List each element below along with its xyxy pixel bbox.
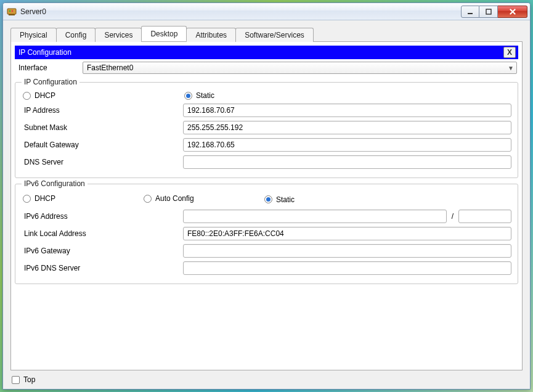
- tab-label: Desktop: [150, 30, 177, 38]
- ipv4-legend: IP Configuration: [22, 78, 79, 86]
- tab-label: Config: [65, 31, 87, 39]
- ip-address-row: IP Address: [22, 104, 511, 117]
- ipv6-prefix-separator: /: [450, 212, 455, 221]
- ipv6-auto-radio[interactable]: Auto Config: [144, 194, 194, 203]
- ipv4-dhcp-label: DHCP: [35, 91, 55, 100]
- ipv6-static-radio[interactable]: Static: [264, 195, 295, 204]
- ipv6-prefix-input[interactable]: [458, 210, 511, 223]
- tab-label: Services: [104, 31, 132, 39]
- panel-header: IP Configuration X: [15, 46, 518, 59]
- ipv6-gateway-row: IPv6 Gateway: [22, 244, 511, 258]
- ipv6-dns-input[interactable]: [183, 261, 511, 275]
- svg-rect-1: [9, 14, 15, 15]
- dns-server-row: DNS Server: [22, 155, 511, 169]
- tabstrip: Physical Config Services Desktop Attribu…: [10, 27, 523, 41]
- titlebar[interactable]: Server0: [3, 3, 530, 20]
- ipv6-dhcp-label: DHCP: [35, 194, 55, 203]
- dns-server-input[interactable]: [183, 155, 511, 169]
- svg-point-2: [9, 10, 11, 12]
- radio-icon: [23, 92, 31, 100]
- app-window: Server0 Physical Config Services Desktop…: [2, 2, 531, 390]
- subnet-mask-label: Subnet Mask: [22, 123, 183, 132]
- tab-label: Software/Services: [245, 31, 304, 39]
- ipv6-gateway-input[interactable]: [183, 244, 511, 258]
- chevron-down-icon: ▼: [508, 65, 514, 71]
- ipv6-mode-row: DHCP Auto Config Static: [23, 194, 511, 205]
- svg-point-3: [12, 10, 14, 12]
- client-area: Physical Config Services Desktop Attribu…: [3, 20, 530, 389]
- ip-address-input[interactable]: [183, 104, 511, 117]
- interface-select[interactable]: FastEthernet0 ▼: [83, 62, 517, 74]
- ipv6-dns-label: IPv6 DNS Server: [22, 264, 183, 272]
- radio-icon: [144, 195, 152, 203]
- default-gateway-input[interactable]: [183, 138, 511, 152]
- ipv4-static-label: Static: [196, 91, 214, 100]
- app-icon: [7, 7, 17, 17]
- link-local-row: Link Local Address: [22, 227, 511, 240]
- default-gateway-label: Default Gateway: [22, 141, 183, 149]
- close-glyph: X: [507, 48, 512, 57]
- ip-address-label: IP Address: [22, 106, 183, 115]
- ipv6-dhcp-radio[interactable]: DHCP: [23, 194, 55, 203]
- subnet-mask-row: Subnet Mask: [22, 121, 511, 134]
- close-button[interactable]: [498, 6, 527, 18]
- ipv4-static-radio[interactable]: Static: [184, 91, 214, 100]
- tab-config[interactable]: Config: [56, 28, 96, 42]
- tab-label: Physical: [20, 31, 47, 39]
- window-controls: [461, 6, 527, 18]
- interface-label: Interface: [16, 63, 83, 72]
- tab-attributes[interactable]: Attributes: [186, 28, 236, 42]
- tab-services[interactable]: Services: [95, 28, 142, 42]
- tab-desktop[interactable]: Desktop: [141, 26, 187, 41]
- ipv6-address-label: IPv6 Address: [22, 212, 183, 221]
- ipv6-legend: IPv6 Configuration: [22, 179, 87, 188]
- top-label: Top: [23, 375, 35, 384]
- window-title: Server0: [20, 7, 461, 16]
- ipv6-group: IPv6 Configuration DHCP Auto Config: [15, 179, 518, 284]
- minimize-button[interactable]: [461, 6, 479, 18]
- radio-icon: [184, 92, 192, 100]
- interface-row: Interface FastEthernet0 ▼: [15, 59, 518, 76]
- panel-title: IP Configuration: [18, 48, 503, 57]
- panel-close-button[interactable]: X: [503, 47, 516, 58]
- ipv6-auto-label: Auto Config: [155, 194, 194, 203]
- ipv6-address-input[interactable]: [183, 210, 447, 223]
- link-local-input[interactable]: [183, 227, 511, 240]
- radio-icon: [23, 195, 31, 203]
- tab-physical[interactable]: Physical: [10, 28, 57, 42]
- interface-value: FastEthernet0: [87, 63, 133, 72]
- tab-label: Attributes: [195, 31, 227, 39]
- top-checkbox[interactable]: [12, 376, 20, 384]
- ipv4-dhcp-radio[interactable]: DHCP: [23, 91, 55, 100]
- ipv4-mode-row: DHCP Static: [23, 91, 511, 100]
- link-local-label: Link Local Address: [22, 229, 183, 238]
- ipv6-dns-row: IPv6 DNS Server: [22, 261, 511, 275]
- tab-software-services[interactable]: Software/Services: [235, 28, 314, 42]
- maximize-button[interactable]: [479, 6, 498, 18]
- ipv6-gateway-label: IPv6 Gateway: [22, 247, 183, 255]
- tab-panel-desktop: IP Configuration X Interface FastEtherne…: [10, 41, 523, 370]
- ipv6-static-label: Static: [276, 195, 295, 204]
- footer: Top: [10, 374, 523, 384]
- svg-rect-4: [468, 13, 473, 14]
- default-gateway-row: Default Gateway: [22, 138, 511, 152]
- subnet-mask-input[interactable]: [183, 121, 511, 134]
- svg-rect-5: [486, 9, 491, 14]
- ipv4-group: IP Configuration DHCP Static: [15, 78, 518, 178]
- dns-server-label: DNS Server: [22, 158, 183, 166]
- radio-icon: [264, 195, 272, 203]
- ipv6-address-row: IPv6 Address /: [22, 210, 511, 223]
